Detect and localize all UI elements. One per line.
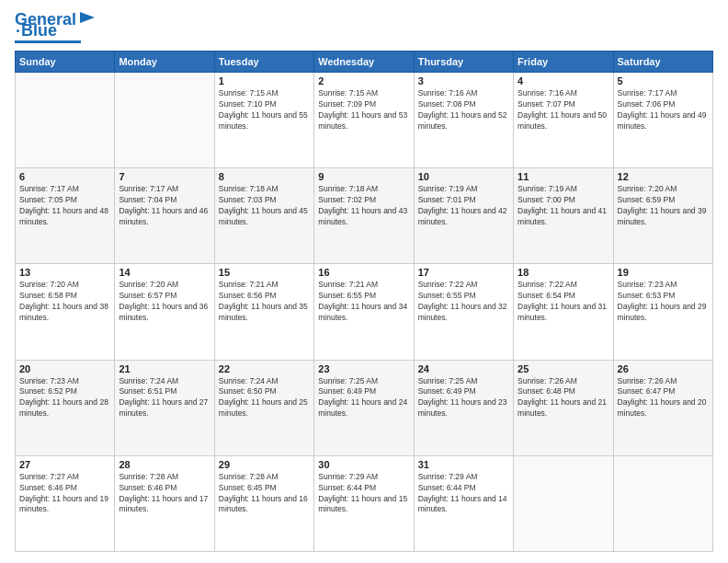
cell-info: Sunrise: 7:20 AMSunset: 6:58 PMDaylight:… (19, 280, 110, 324)
calendar-cell: 1Sunrise: 7:15 AMSunset: 7:10 PMDaylight… (214, 73, 313, 168)
calendar-cell (16, 73, 115, 168)
cell-info: Sunrise: 7:19 AMSunset: 7:00 PMDaylight:… (518, 184, 609, 228)
calendar-cell: 13Sunrise: 7:20 AMSunset: 6:58 PMDayligh… (16, 264, 115, 360)
calendar-cell: 10Sunrise: 7:19 AMSunset: 7:01 PMDayligh… (414, 168, 513, 264)
calendar-cell (514, 455, 613, 551)
day-number: 10 (418, 171, 509, 182)
calendar-cell (613, 455, 712, 551)
cell-info: Sunrise: 7:22 AMSunset: 6:54 PMDaylight:… (518, 280, 609, 324)
col-header-sunday: Sunday (16, 52, 115, 73)
cell-info: Sunrise: 7:24 AMSunset: 6:51 PMDaylight:… (119, 376, 210, 420)
calendar-cell: 9Sunrise: 7:18 AMSunset: 7:02 PMDaylight… (314, 168, 414, 264)
day-number: 14 (119, 267, 210, 278)
day-number: 12 (618, 171, 709, 182)
week-row-1: 1Sunrise: 7:15 AMSunset: 7:10 PMDaylight… (16, 73, 713, 168)
calendar-cell: 31Sunrise: 7:29 AMSunset: 6:44 PMDayligh… (414, 455, 513, 551)
day-number: 20 (19, 363, 110, 374)
cell-info: Sunrise: 7:28 AMSunset: 6:46 PMDaylight:… (119, 472, 210, 516)
cell-info: Sunrise: 7:22 AMSunset: 6:55 PMDaylight:… (418, 280, 509, 324)
day-number: 9 (318, 171, 409, 182)
calendar-cell: 21Sunrise: 7:24 AMSunset: 6:51 PMDayligh… (115, 360, 214, 455)
week-row-2: 6Sunrise: 7:17 AMSunset: 7:05 PMDaylight… (16, 168, 713, 264)
cell-info: Sunrise: 7:20 AMSunset: 6:59 PMDaylight:… (618, 184, 709, 228)
day-number: 30 (318, 459, 409, 470)
logo-line (15, 40, 81, 43)
page: General Blue SundayMondayTuesdayWednesda… (0, 0, 728, 563)
calendar-cell: 25Sunrise: 7:26 AMSunset: 6:48 PMDayligh… (514, 360, 613, 455)
calendar-cell: 19Sunrise: 7:23 AMSunset: 6:53 PMDayligh… (613, 264, 712, 360)
col-header-tuesday: Tuesday (214, 52, 313, 73)
calendar-cell: 11Sunrise: 7:19 AMSunset: 7:00 PMDayligh… (514, 168, 613, 264)
cell-info: Sunrise: 7:15 AMSunset: 7:09 PMDaylight:… (318, 88, 409, 132)
cell-info: Sunrise: 7:19 AMSunset: 7:01 PMDaylight:… (418, 184, 509, 228)
calendar-cell: 24Sunrise: 7:25 AMSunset: 6:49 PMDayligh… (414, 360, 513, 455)
calendar-cell: 12Sunrise: 7:20 AMSunset: 6:59 PMDayligh… (613, 168, 712, 264)
cell-info: Sunrise: 7:26 AMSunset: 6:48 PMDaylight:… (518, 376, 609, 420)
day-number: 29 (219, 459, 310, 470)
week-row-4: 20Sunrise: 7:23 AMSunset: 6:52 PMDayligh… (16, 360, 713, 455)
cell-info: Sunrise: 7:23 AMSunset: 6:52 PMDaylight:… (19, 376, 110, 420)
day-number: 4 (518, 75, 609, 86)
day-number: 15 (219, 267, 310, 278)
col-header-wednesday: Wednesday (314, 52, 414, 73)
day-number: 28 (119, 459, 210, 470)
cell-info: Sunrise: 7:27 AMSunset: 6:46 PMDaylight:… (19, 472, 110, 516)
logo: General Blue (15, 11, 97, 43)
week-row-3: 13Sunrise: 7:20 AMSunset: 6:58 PMDayligh… (16, 264, 713, 360)
calendar-cell: 3Sunrise: 7:16 AMSunset: 7:08 PMDaylight… (414, 73, 513, 168)
col-header-saturday: Saturday (613, 52, 712, 73)
calendar-cell: 23Sunrise: 7:25 AMSunset: 6:49 PMDayligh… (314, 360, 414, 455)
day-number: 2 (318, 75, 409, 86)
day-number: 31 (418, 459, 509, 470)
day-number: 23 (318, 363, 409, 374)
day-number: 3 (418, 75, 509, 86)
cell-info: Sunrise: 7:17 AMSunset: 7:05 PMDaylight:… (19, 184, 110, 228)
cell-info: Sunrise: 7:17 AMSunset: 7:06 PMDaylight:… (618, 88, 709, 132)
day-number: 13 (19, 267, 110, 278)
calendar-cell: 16Sunrise: 7:21 AMSunset: 6:55 PMDayligh… (314, 264, 414, 360)
col-header-friday: Friday (514, 52, 613, 73)
calendar-cell: 15Sunrise: 7:21 AMSunset: 6:56 PMDayligh… (214, 264, 313, 360)
calendar-cell: 29Sunrise: 7:28 AMSunset: 6:45 PMDayligh… (214, 455, 313, 551)
week-row-5: 27Sunrise: 7:27 AMSunset: 6:46 PMDayligh… (16, 455, 713, 551)
cell-info: Sunrise: 7:21 AMSunset: 6:55 PMDaylight:… (318, 280, 409, 324)
logo-blue-text: Blue (21, 22, 57, 39)
header: General Blue (15, 11, 713, 43)
cell-info: Sunrise: 7:26 AMSunset: 6:47 PMDaylight:… (618, 376, 709, 420)
cell-info: Sunrise: 7:16 AMSunset: 7:08 PMDaylight:… (418, 88, 509, 132)
cell-info: Sunrise: 7:16 AMSunset: 7:07 PMDaylight:… (518, 88, 609, 132)
calendar-header-row: SundayMondayTuesdayWednesdayThursdayFrid… (16, 52, 713, 73)
day-number: 5 (618, 75, 709, 86)
day-number: 1 (219, 75, 310, 86)
day-number: 25 (518, 363, 609, 374)
calendar-cell: 2Sunrise: 7:15 AMSunset: 7:09 PMDaylight… (314, 73, 414, 168)
calendar-cell: 6Sunrise: 7:17 AMSunset: 7:05 PMDaylight… (16, 168, 115, 264)
calendar-cell: 20Sunrise: 7:23 AMSunset: 6:52 PMDayligh… (16, 360, 115, 455)
col-header-thursday: Thursday (414, 52, 513, 73)
cell-info: Sunrise: 7:18 AMSunset: 7:02 PMDaylight:… (318, 184, 409, 228)
cell-info: Sunrise: 7:17 AMSunset: 7:04 PMDaylight:… (119, 184, 210, 228)
calendar-cell: 5Sunrise: 7:17 AMSunset: 7:06 PMDaylight… (613, 73, 712, 168)
calendar-cell: 18Sunrise: 7:22 AMSunset: 6:54 PMDayligh… (514, 264, 613, 360)
calendar-cell: 26Sunrise: 7:26 AMSunset: 6:47 PMDayligh… (613, 360, 712, 455)
calendar-cell: 4Sunrise: 7:16 AMSunset: 7:07 PMDaylight… (514, 73, 613, 168)
cell-info: Sunrise: 7:24 AMSunset: 6:50 PMDaylight:… (219, 376, 310, 420)
calendar-cell (115, 73, 214, 168)
day-number: 16 (318, 267, 409, 278)
day-number: 24 (418, 363, 509, 374)
calendar-cell: 8Sunrise: 7:18 AMSunset: 7:03 PMDaylight… (214, 168, 313, 264)
svg-marker-0 (80, 12, 95, 23)
calendar-cell: 30Sunrise: 7:29 AMSunset: 6:44 PMDayligh… (314, 455, 414, 551)
calendar-cell: 28Sunrise: 7:28 AMSunset: 6:46 PMDayligh… (115, 455, 214, 551)
calendar-cell: 17Sunrise: 7:22 AMSunset: 6:55 PMDayligh… (414, 264, 513, 360)
day-number: 26 (618, 363, 709, 374)
day-number: 6 (19, 171, 110, 182)
day-number: 22 (219, 363, 310, 374)
cell-info: Sunrise: 7:29 AMSunset: 6:44 PMDaylight:… (418, 472, 509, 516)
cell-info: Sunrise: 7:18 AMSunset: 7:03 PMDaylight:… (219, 184, 310, 228)
logo-arrow-icon (78, 8, 97, 27)
calendar-cell: 22Sunrise: 7:24 AMSunset: 6:50 PMDayligh… (214, 360, 313, 455)
calendar-cell: 14Sunrise: 7:20 AMSunset: 6:57 PMDayligh… (115, 264, 214, 360)
day-number: 19 (618, 267, 709, 278)
day-number: 7 (119, 171, 210, 182)
